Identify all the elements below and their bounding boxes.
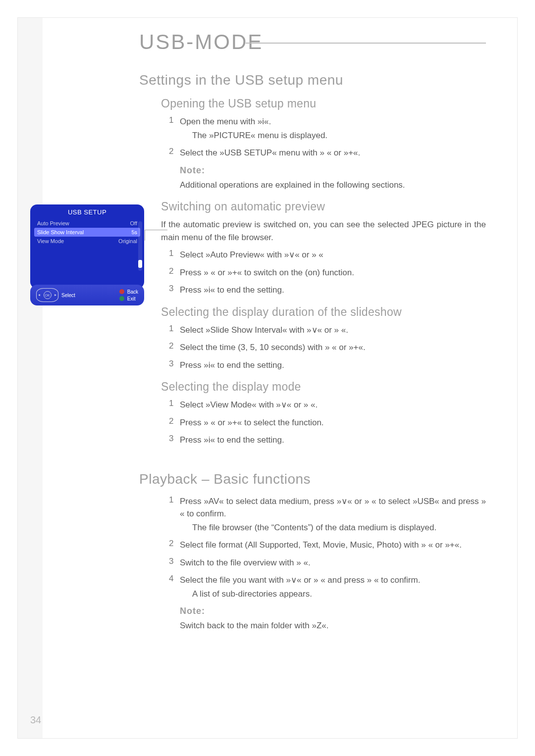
step-text: Press » « or »+« to switch on the (on) f… xyxy=(180,266,354,279)
osd-right-legend: Back Exit xyxy=(119,289,138,302)
step: 1 Open the menu with »i«. The »PICTURE« … xyxy=(169,115,486,142)
step-text-indent: The file browser (the “Contents”) of the… xyxy=(192,521,486,534)
step-number: 2 xyxy=(169,341,180,354)
step-number: 1 xyxy=(169,324,180,337)
step: 2 Select the time (3, 5, 10 seconds) wit… xyxy=(169,341,486,354)
step-text: Select the file you want with »∨« or » «… xyxy=(180,574,420,600)
step: 3 Press »i« to end the setting. xyxy=(169,284,486,297)
step-text-main: Press »AV« to select data medium, press … xyxy=(180,497,486,519)
osd-row-slide-interval: Slide Show Interval 5s xyxy=(34,228,140,237)
step: 1 Select »Slide Show Interval« with »∨« … xyxy=(169,324,486,337)
step-text: Press »i« to end the setting. xyxy=(180,434,284,447)
heading-settings: Settings in the USB setup menu xyxy=(139,72,486,88)
step: 1 Select »Auto Preview« with »∨« or » « xyxy=(169,249,486,261)
content-column: Settings in the USB setup menu Opening t… xyxy=(139,72,486,632)
osd-control-bar: ◂ OK ▸ Select Back Exit xyxy=(30,285,144,305)
green-dot-icon xyxy=(119,296,124,301)
step: 2 Press » « or »+« to switch on the (on)… xyxy=(169,266,486,279)
osd-preview: USB SETUP Auto Preview Off Slide Show In… xyxy=(30,204,144,305)
step-text: Press »i« to end the setting. xyxy=(180,284,284,297)
step: 2 Press » « or »+« to select the functio… xyxy=(169,416,486,429)
osd-exit-legend: Exit xyxy=(119,296,138,302)
step-number: 1 xyxy=(169,249,180,261)
heading-duration: Selecting the display duration of the sl… xyxy=(161,305,486,319)
osd-row-auto-preview: Auto Preview Off xyxy=(34,219,140,228)
osd-panel: USB SETUP Auto Preview Off Slide Show In… xyxy=(30,204,144,289)
step: 2 Select file format (All Supported, Tex… xyxy=(169,539,486,552)
step-number: 2 xyxy=(169,539,180,552)
step-text: Open the menu with »i«. The »PICTURE« me… xyxy=(180,115,327,142)
heading-auto-preview: Switching on automatic preview xyxy=(161,200,486,213)
note-label: Note: xyxy=(180,165,486,176)
step-text: Press »AV« to select data medium, press … xyxy=(180,495,486,534)
osd-row-value: 5s xyxy=(131,229,137,235)
step: 1 Press »AV« to select data medium, pres… xyxy=(169,495,486,534)
step-text-main: Open the menu with »i«. xyxy=(180,117,271,126)
page-number: 34 xyxy=(30,714,41,726)
osd-exit-label: Exit xyxy=(127,296,136,302)
step-text: Select »Slide Show Interval« with »∨« or… xyxy=(180,324,348,337)
step-text-indent: The »PICTURE« menu is displayed. xyxy=(192,129,327,142)
step: 3 Press »i« to end the setting. xyxy=(169,359,486,372)
osd-row-view-mode: View Mode Original xyxy=(34,237,140,246)
step: 3 Switch to the file overview with » «. xyxy=(169,556,486,569)
step-text-indent: A list of sub-directories appears. xyxy=(192,588,420,601)
step-number: 3 xyxy=(169,284,180,297)
red-dot-icon xyxy=(119,289,124,294)
left-gutter xyxy=(18,18,43,738)
step-text: Select the time (3, 5, 10 seconds) with … xyxy=(180,341,366,354)
nav-pad-icon: ◂ OK ▸ xyxy=(36,288,58,302)
osd-rows: Auto Preview Off Slide Show Interval 5s … xyxy=(30,219,144,246)
ok-button-icon: OK xyxy=(44,291,52,299)
heading-opening: Opening the USB setup menu xyxy=(161,97,486,110)
intro-text: If the automatic preview is switched on,… xyxy=(161,218,486,244)
arrow-right-icon: ▸ xyxy=(54,293,56,297)
step-number: 1 xyxy=(169,495,180,534)
arrow-left-icon: ◂ xyxy=(38,293,40,297)
step-text: Select »Auto Preview« with »∨« or » « xyxy=(180,249,323,261)
step-number: 3 xyxy=(169,556,180,569)
osd-row-value: Off xyxy=(130,220,137,226)
note-text: Additional operations are explained in t… xyxy=(180,179,486,192)
step-text: Select the »USB SETUP« menu with » « or … xyxy=(180,147,360,159)
step-text: Switch to the file overview with » «. xyxy=(180,556,311,569)
osd-row-label: View Mode xyxy=(37,238,64,244)
note-text: Switch back to the main folder with »Z«. xyxy=(180,619,486,632)
step-number: 2 xyxy=(169,266,180,279)
page-frame: USB-MODE USB SETUP Auto Preview Off Slid… xyxy=(17,17,518,739)
step-number: 1 xyxy=(169,115,180,142)
step: 2 Select the »USB SETUP« menu with » « o… xyxy=(169,147,486,159)
osd-select-label: Select xyxy=(61,293,119,298)
step-text: Press » « or »+« to select the function. xyxy=(180,416,324,429)
osd-back-legend: Back xyxy=(119,289,138,295)
title-rule xyxy=(246,43,486,44)
step-number: 3 xyxy=(169,434,180,447)
osd-row-label: Auto Preview xyxy=(37,220,69,226)
step-text-main: Select the file you want with »∨« or » «… xyxy=(180,575,420,585)
heading-playback: Playback – Basic functions xyxy=(139,471,486,487)
note-label: Note: xyxy=(180,606,486,616)
osd-back-label: Back xyxy=(127,289,138,295)
osd-title: USB SETUP xyxy=(30,204,144,219)
heading-display-mode: Selecting the display mode xyxy=(161,380,486,394)
step-number: 2 xyxy=(169,147,180,159)
step-text: Press »i« to end the setting. xyxy=(180,359,284,372)
osd-row-label: Slide Show Interval xyxy=(37,229,84,235)
step: 3 Press »i« to end the setting. xyxy=(169,434,486,447)
step-text: Select file format (All Supported, Text,… xyxy=(180,539,462,552)
step-number: 1 xyxy=(169,399,180,411)
step-text: Select »View Mode« with »∨« or » «. xyxy=(180,399,318,411)
osd-row-value: Original xyxy=(118,238,137,244)
step: 1 Select »View Mode« with »∨« or » «. xyxy=(169,399,486,411)
step-number: 2 xyxy=(169,416,180,429)
page-title: USB-MODE xyxy=(139,30,263,54)
step: 4 Select the file you want with »∨« or »… xyxy=(169,574,486,600)
step-number: 3 xyxy=(169,359,180,372)
step-number: 4 xyxy=(169,574,180,600)
